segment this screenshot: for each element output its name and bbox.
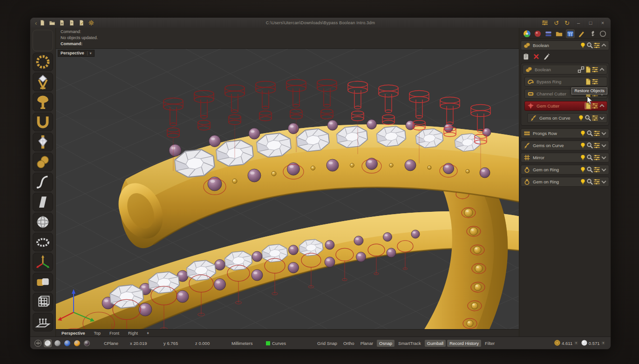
viewport-tab-right[interactable]: Right xyxy=(128,331,138,336)
toggle-gumball[interactable]: Gumball xyxy=(425,340,446,347)
expand-chevron-icon[interactable] xyxy=(600,166,607,173)
visibility-bulb-icon[interactable] xyxy=(579,130,586,137)
cplane-button[interactable]: CPlane xyxy=(104,341,130,346)
redo-icon[interactable]: ↻ xyxy=(564,20,570,26)
expand-chevron-icon[interactable] xyxy=(600,178,607,185)
expand-chevron-icon[interactable] xyxy=(600,154,607,161)
expand-chevron-icon[interactable] xyxy=(600,130,607,137)
tool-signet-button[interactable] xyxy=(33,93,53,111)
viewport-tab-top[interactable]: Top xyxy=(94,331,101,336)
viewport-title-chip[interactable]: Perspective ▾ xyxy=(58,50,95,57)
toggle-planar[interactable]: Planar xyxy=(358,340,375,347)
command-history[interactable]: Command: No objects updated. Command: xyxy=(56,28,519,49)
expand-chevron-icon[interactable] xyxy=(598,115,605,121)
tool-booleantool-button[interactable] xyxy=(33,273,53,291)
tree-row-gems-on-curve[interactable]: Gems on Curve xyxy=(527,113,607,123)
parameters-icon[interactable] xyxy=(593,130,600,137)
tool-arraycube-button[interactable] xyxy=(33,293,53,311)
tool-transform-button[interactable] xyxy=(33,253,53,271)
inspect-loupe-icon[interactable] xyxy=(586,42,593,49)
collapse-chevron-icon[interactable] xyxy=(598,66,605,73)
parameters-icon[interactable] xyxy=(593,154,600,161)
tool-scurve-button[interactable] xyxy=(33,173,53,191)
delete-x-icon[interactable] xyxy=(533,53,540,60)
collapse-chevron-icon[interactable] xyxy=(598,102,605,109)
tree-row-prongs-row[interactable]: Prongs Row xyxy=(521,128,609,138)
metal-weight-dropdown-icon[interactable]: ▾ xyxy=(574,341,578,345)
gem-weight-dropdown-icon[interactable]: ▾ xyxy=(601,341,605,345)
tree-row-gem-on-ring[interactable]: Gem on Ring xyxy=(521,165,609,175)
tool-shank-button[interactable] xyxy=(33,113,53,131)
inspect-loupe-icon[interactable] xyxy=(586,130,593,137)
tool-eternity-button[interactable] xyxy=(33,233,53,251)
back-arrow-icon[interactable]: ‹ xyxy=(35,20,37,26)
edit-file-icon[interactable] xyxy=(78,20,85,26)
panel-tab-properties[interactable] xyxy=(523,30,531,38)
panel-tab-files[interactable] xyxy=(555,30,563,38)
material-ball-dark[interactable] xyxy=(83,339,91,347)
panel-tab-more[interactable] xyxy=(599,30,607,38)
new-file-icon[interactable] xyxy=(39,20,46,26)
material-ball-blue[interactable] xyxy=(63,339,71,347)
settings-gear-icon[interactable] xyxy=(88,20,95,26)
inspect-loupe-icon[interactable] xyxy=(586,142,593,149)
parameters-icon[interactable] xyxy=(593,178,600,185)
maximize-button[interactable]: □ xyxy=(587,20,594,26)
visibility-bulb-icon[interactable] xyxy=(579,142,586,149)
toggle-ortho[interactable]: Ortho xyxy=(341,340,357,347)
toggle-osnap[interactable]: Osnap xyxy=(377,340,394,347)
layer-indicator[interactable]: Curves xyxy=(266,341,286,346)
units-button[interactable]: Millimeters xyxy=(231,341,266,346)
toggle-smarttrack[interactable]: SmartTrack xyxy=(396,340,423,347)
minimize-button[interactable]: – xyxy=(575,20,582,26)
inspect-loupe-icon[interactable] xyxy=(585,115,591,121)
material-ball-white[interactable] xyxy=(44,339,52,347)
tree-row-gem-on-ring[interactable]: Gem on Ring xyxy=(521,177,609,187)
tool-sphere-button[interactable] xyxy=(33,213,53,231)
tree-row-boolean[interactable]: Boolean xyxy=(523,65,607,74)
tool-sweep-button[interactable] xyxy=(33,193,53,211)
undo-icon[interactable]: ↺ xyxy=(554,20,559,26)
menu-sliders-icon[interactable] xyxy=(542,20,548,26)
parameters-icon[interactable] xyxy=(593,142,600,149)
tool-gemband-button[interactable] xyxy=(33,133,53,151)
restore-objects-icon[interactable] xyxy=(585,66,591,73)
viewport-menu-arrow-icon[interactable]: ▾ xyxy=(87,51,92,55)
panel-tab-annotate[interactable] xyxy=(578,30,585,38)
inspect-loupe-icon[interactable] xyxy=(586,154,593,161)
toggle-grid-snap[interactable]: Grid Snap xyxy=(315,340,340,347)
panel-tab-builder[interactable] xyxy=(566,29,575,38)
parameters-icon[interactable] xyxy=(593,42,600,49)
save-file-icon[interactable] xyxy=(59,20,65,26)
visibility-bulb-icon[interactable] xyxy=(579,154,586,161)
tool-pave-button[interactable] xyxy=(33,313,53,331)
tree-row-bypass-ring[interactable]: Bypass Ring xyxy=(524,77,607,87)
tree-row-gem-cutter[interactable]: Gem Cutter xyxy=(524,101,607,111)
visibility-bulb-icon[interactable] xyxy=(578,115,585,121)
tree-row-mirror[interactable]: Mirror xyxy=(521,153,609,162)
panel-tab-display[interactable] xyxy=(534,30,542,38)
viewport-3d[interactable]: Perspective ▾ xyxy=(56,49,519,329)
panel-tab-tools[interactable] xyxy=(588,30,596,38)
copy-clipboard-icon[interactable] xyxy=(523,53,530,60)
tool-head-button[interactable] xyxy=(33,73,53,91)
collapse-chevron-icon[interactable] xyxy=(600,42,607,49)
import-file-icon[interactable] xyxy=(68,20,75,26)
viewport-tab-perspective[interactable]: Perspective xyxy=(61,331,85,336)
open-folder-icon[interactable] xyxy=(49,20,55,26)
close-button[interactable]: × xyxy=(599,20,606,26)
tree-row-boolean[interactable]: Boolean xyxy=(521,40,609,50)
parameters-icon[interactable] xyxy=(591,78,598,85)
visibility-bulb-icon[interactable] xyxy=(579,178,586,185)
link-icon[interactable] xyxy=(578,66,585,73)
material-ball-gray[interactable] xyxy=(54,339,61,347)
viewport-tab-front[interactable]: Front xyxy=(109,331,119,336)
inspect-loupe-icon[interactable] xyxy=(586,178,593,185)
parameters-icon[interactable] xyxy=(591,115,598,121)
edit-pencil-icon[interactable] xyxy=(543,53,550,60)
visibility-bulb-icon[interactable] xyxy=(579,166,586,173)
tool-halo-button[interactable] xyxy=(33,53,53,71)
material-ball-orange[interactable] xyxy=(73,339,81,347)
expand-chevron-icon[interactable] xyxy=(600,142,607,149)
inspect-loupe-icon[interactable] xyxy=(586,166,593,173)
